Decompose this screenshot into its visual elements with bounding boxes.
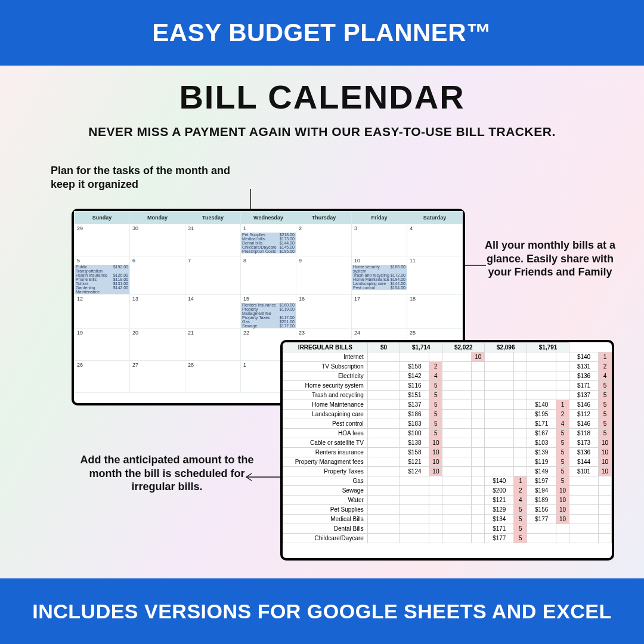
bill-row-label: Dental Bills bbox=[283, 524, 368, 534]
callout-glance: All your monthly bills at a glance. Easi… bbox=[480, 239, 620, 279]
calendar-cell: 27 bbox=[130, 361, 185, 393]
top-banner: EASY BUDGET PLANNER™ bbox=[0, 0, 644, 66]
bill-row-label: Property Taxes bbox=[283, 467, 368, 476]
bill-row-label: Gas bbox=[283, 476, 368, 486]
calendar-day-header: Tuesday bbox=[185, 212, 241, 224]
irregular-title: IRREGULAR BILLS bbox=[283, 343, 368, 352]
page-subtitle: NEVER MISS A PAYMENT AGAIN WITH OUR EASY… bbox=[0, 125, 644, 139]
bottom-banner: INCLUDES VERSIONS FOR GOOGLE SHEETS AND … bbox=[0, 578, 644, 644]
calendar-day-header: Wednesday bbox=[241, 212, 296, 224]
callout-irregular: Add the anticipated amount to the month … bbox=[78, 453, 256, 494]
bill-row-label: Water bbox=[283, 496, 368, 505]
calendar-cell: 18 bbox=[407, 295, 463, 329]
bill-row-label: Childcare/Daycare bbox=[283, 534, 368, 543]
calendar-cell: 10Home security system$185.00Trash and r… bbox=[352, 256, 407, 295]
calendar-cell: 6 bbox=[130, 256, 185, 295]
calendar-cell: 9 bbox=[296, 256, 352, 295]
bill-row-label: Property Managment fees bbox=[283, 457, 368, 467]
calendar-cell: 14 bbox=[185, 295, 241, 329]
irregular-bills-panel: IRREGULAR BILLS$0$1,714$2,022$2,096$1,79… bbox=[280, 340, 614, 561]
bill-row-label: Pet Supplies bbox=[283, 505, 368, 515]
calendar-cell: 28 bbox=[185, 361, 241, 393]
calendar-cell: 11 bbox=[407, 256, 463, 295]
calendar-cell: 8 bbox=[241, 256, 296, 295]
calendar-cell: 1Pet Supplies$218.00Medical bills$173.00… bbox=[241, 224, 296, 256]
bill-row-label: TV Subscription bbox=[283, 362, 368, 371]
bill-row-label: Landscapining care bbox=[283, 410, 368, 419]
bill-row-label: Home Maintenance bbox=[283, 400, 368, 410]
calendar-day-header: Sunday bbox=[75, 212, 130, 224]
calendar-cell: 5Public Transportation$192.00Health Insu… bbox=[75, 256, 130, 295]
calendar-cell: 30 bbox=[130, 224, 185, 256]
calendar-cell: 19 bbox=[75, 329, 130, 361]
calendar-cell: 13 bbox=[130, 295, 185, 329]
page-title: BILL CALENDAR bbox=[0, 78, 644, 116]
calendar-cell: 20 bbox=[130, 329, 185, 361]
calendar-cell: 26 bbox=[75, 361, 130, 393]
bill-row-label: Internet bbox=[283, 352, 368, 362]
calendar-cell: 21 bbox=[185, 329, 241, 361]
hero: BILL CALENDAR NEVER MISS A PAYMENT AGAIN… bbox=[0, 78, 644, 139]
bill-row-label: Medical Bills bbox=[283, 515, 368, 524]
calendar-cell: 17 bbox=[352, 295, 407, 329]
calendar-cell: 2 bbox=[296, 224, 352, 256]
calendar-cell: 29 bbox=[75, 224, 130, 256]
bill-row-label: HOA fees bbox=[283, 429, 368, 438]
irregular-bills-table: IRREGULAR BILLS$0$1,714$2,022$2,096$1,79… bbox=[283, 342, 612, 543]
calendar-cell: 16 bbox=[296, 295, 352, 329]
bill-row-label: Home security system bbox=[283, 381, 368, 391]
calendar-cell: 12 bbox=[75, 295, 130, 329]
bill-row-label: Renters insurance bbox=[283, 448, 368, 457]
bill-row-label: Pest control bbox=[283, 419, 368, 429]
bill-row-label: Electricity bbox=[283, 371, 368, 381]
calendar-cell: 4 bbox=[407, 224, 463, 256]
bill-row-label: Sewage bbox=[283, 486, 368, 496]
calendar-day-header: Friday bbox=[352, 212, 407, 224]
calendar-cell: 3 bbox=[352, 224, 407, 256]
calendar-day-header: Saturday bbox=[407, 212, 463, 224]
calendar-day-header: Monday bbox=[130, 212, 185, 224]
calendar-day-header: Thursday bbox=[296, 212, 352, 224]
calendar-cell: 15Renters insurance$160.00Property Manag… bbox=[241, 295, 296, 329]
calendar-cell: 31 bbox=[185, 224, 241, 256]
bill-row-label: Cable or satellite TV bbox=[283, 438, 368, 448]
calendar-cell: 7 bbox=[185, 256, 241, 295]
bill-row-label: Trash and recycling bbox=[283, 391, 368, 400]
